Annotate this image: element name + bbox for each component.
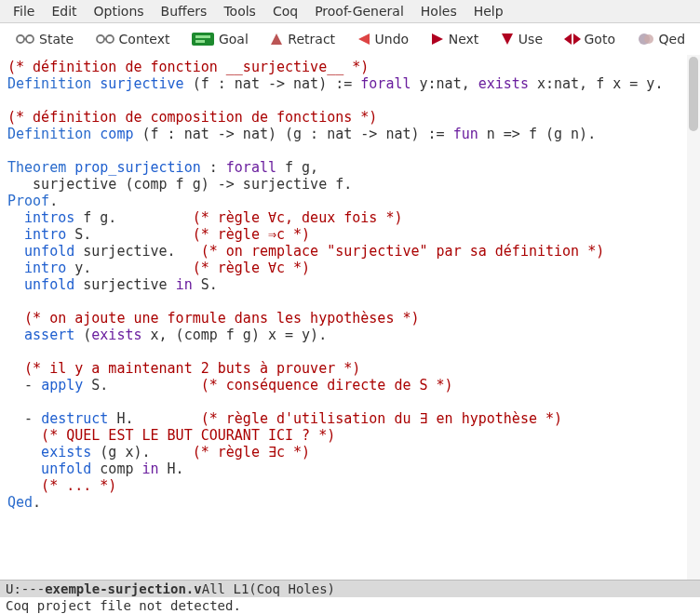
code-keyword: Proof bbox=[7, 193, 49, 209]
undo-label: Undo bbox=[375, 32, 410, 47]
qed-label: Qed bbox=[659, 32, 686, 47]
scrollbar-thumb[interactable] bbox=[689, 57, 698, 131]
undo-icon bbox=[357, 32, 371, 47]
code-text: n => f (g n). bbox=[478, 126, 596, 142]
code-comment: (* définition de fonction __surjective__… bbox=[7, 59, 369, 75]
code-comment: (* ... *) bbox=[7, 477, 116, 494]
code-text: - bbox=[7, 377, 41, 394]
minibuffer: Coq project file not detected. bbox=[0, 597, 700, 614]
code-text: : bbox=[201, 159, 226, 176]
svg-marker-11 bbox=[564, 33, 572, 45]
code-tactic: assert bbox=[7, 327, 74, 343]
modeline-left: U:--- bbox=[6, 581, 45, 596]
code-text: S. bbox=[193, 276, 218, 293]
menu-tools[interactable]: Tools bbox=[216, 2, 265, 20]
code-text: S. bbox=[83, 377, 200, 394]
modeline-pos: All L1 bbox=[202, 581, 249, 596]
code-keyword: Qed bbox=[7, 494, 33, 511]
code-text: y:nat, bbox=[411, 75, 478, 92]
context-label: Context bbox=[119, 32, 170, 47]
menu-proof-general[interactable]: Proof-General bbox=[307, 2, 413, 20]
svg-point-0 bbox=[17, 35, 24, 43]
code-comment: (* règle d'utilisation du ∃ en hypothèse… bbox=[201, 410, 562, 427]
code-keyword: fun bbox=[453, 126, 478, 142]
svg-marker-7 bbox=[271, 33, 282, 45]
svg-point-3 bbox=[106, 35, 114, 43]
svg-rect-6 bbox=[195, 40, 205, 43]
code-keyword: in bbox=[142, 460, 159, 477]
svg-rect-4 bbox=[192, 33, 214, 46]
code-text: f g. bbox=[74, 209, 192, 226]
state-button[interactable]: State bbox=[9, 30, 79, 48]
goal-button[interactable]: Goal bbox=[185, 30, 254, 48]
code-ident: surjective bbox=[91, 75, 183, 92]
code-keyword: forall bbox=[226, 159, 276, 176]
menu-buffers[interactable]: Buffers bbox=[154, 2, 217, 20]
code-keyword: Definition bbox=[7, 126, 91, 142]
code-tactic: apply bbox=[41, 377, 83, 394]
code-text: y. bbox=[66, 260, 192, 276]
svg-point-2 bbox=[97, 35, 104, 43]
code-ident: prop_surjection bbox=[66, 159, 201, 176]
context-button[interactable]: Context bbox=[89, 30, 176, 48]
goto-label: Goto bbox=[585, 32, 615, 47]
state-label: State bbox=[39, 32, 74, 47]
code-text: surjective. bbox=[74, 243, 200, 260]
code-text: comp bbox=[91, 460, 141, 477]
menu-coq[interactable]: Coq bbox=[265, 2, 307, 20]
menu-holes[interactable]: Holes bbox=[413, 2, 466, 20]
code-tactic: exists bbox=[7, 444, 91, 460]
editor[interactable]: (* définition de fonction __surjective__… bbox=[0, 55, 700, 580]
modeline-filename: exemple-surjection.v bbox=[45, 581, 202, 596]
svg-marker-9 bbox=[432, 33, 443, 45]
code-text: x, (comp f g) x = y). bbox=[142, 327, 328, 343]
modeline-modes: (Coq Holes) bbox=[249, 581, 335, 596]
code-text: (g x). bbox=[91, 444, 192, 460]
menu-options[interactable]: Options bbox=[87, 2, 154, 20]
code-keyword: in bbox=[176, 276, 193, 293]
code-tactic: intro bbox=[7, 260, 66, 276]
code-tactic: intros bbox=[7, 209, 74, 226]
toolbar: State Context Goal Retract Undo Next bbox=[0, 23, 700, 55]
code-text: surjective (comp f g) -> surjective f. bbox=[7, 176, 352, 193]
svg-marker-12 bbox=[573, 33, 581, 45]
code-comment: (* on remplace "surjective" par sa défin… bbox=[201, 243, 604, 260]
code-text: S. bbox=[66, 226, 192, 243]
code-keyword: Theorem bbox=[7, 159, 66, 176]
code-keyword: exists bbox=[91, 327, 141, 343]
code-tactic: destruct bbox=[41, 410, 108, 427]
goto-icon bbox=[564, 32, 581, 47]
qed-button[interactable]: Qed bbox=[631, 30, 692, 48]
menu-file[interactable]: File bbox=[6, 2, 44, 20]
code-text: . bbox=[33, 494, 41, 511]
menu-help[interactable]: Help bbox=[466, 2, 513, 20]
next-button[interactable]: Next bbox=[424, 30, 485, 48]
use-button[interactable]: Use bbox=[494, 30, 548, 48]
source-code[interactable]: (* définition de fonction __surjective__… bbox=[0, 55, 700, 514]
use-label: Use bbox=[518, 32, 543, 47]
goal-icon bbox=[191, 32, 215, 47]
minibuffer-msg: Coq project file not detected. bbox=[6, 598, 241, 613]
code-comment: (* on ajoute une formule dans les hypoth… bbox=[7, 310, 420, 327]
retract-button[interactable]: Retract bbox=[263, 30, 341, 48]
code-text: surjective bbox=[74, 276, 175, 293]
svg-marker-10 bbox=[502, 33, 513, 45]
modeline: U:--- exemple-surjection.v All L1 (Coq H… bbox=[0, 580, 700, 597]
goto-button[interactable]: Goto bbox=[559, 30, 621, 48]
undo-button[interactable]: Undo bbox=[351, 30, 415, 48]
code-text: (f : nat -> nat) (g : nat -> nat) := bbox=[133, 126, 452, 142]
code-keyword: Definition bbox=[7, 75, 91, 92]
code-comment: (* règle ⇒c *) bbox=[193, 226, 310, 243]
svg-point-14 bbox=[644, 34, 653, 44]
code-text: H. bbox=[108, 410, 200, 427]
menu-edit[interactable]: Edit bbox=[44, 2, 86, 20]
code-comment: (* QUEL EST LE BUT COURANT ICI ? *) bbox=[7, 427, 335, 444]
use-icon bbox=[500, 32, 515, 47]
svg-point-1 bbox=[26, 35, 34, 43]
retract-icon bbox=[269, 32, 284, 47]
code-text: (f : nat -> nat) := bbox=[184, 75, 361, 92]
code-tactic: unfold bbox=[7, 276, 74, 293]
code-comment: (* il y a maintenant 2 buts à prouver *) bbox=[7, 360, 360, 377]
code-tactic: intro bbox=[7, 226, 66, 243]
scrollbar[interactable] bbox=[687, 55, 700, 580]
